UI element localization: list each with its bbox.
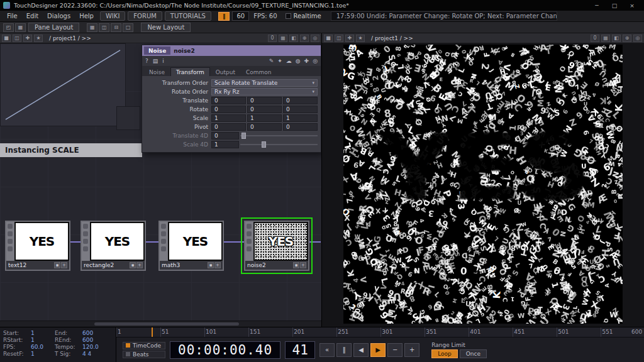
param-dropdown-rotate-order[interactable]: Rx Ry Rz▾ bbox=[211, 88, 318, 96]
menu-file[interactable]: File bbox=[3, 11, 22, 21]
layout-preset-icon-2[interactable]: ⊟ bbox=[111, 23, 121, 32]
param-field-scale-0[interactable]: 1 bbox=[211, 114, 246, 122]
new-layout-button[interactable]: New Layout bbox=[141, 23, 191, 32]
param-field-scale-4d[interactable]: 1 bbox=[211, 141, 239, 148]
param-slider-scale-4d[interactable] bbox=[240, 141, 318, 148]
network-path-breadcrumb[interactable]: / project1 / >> bbox=[49, 35, 91, 41]
add-pane-icon[interactable]: ✚ bbox=[345, 35, 354, 42]
parameter-dialog[interactable]: Noise noise2 ?▤i ✎✦☁◍✚◎ NoiseTransformOu… bbox=[142, 45, 321, 153]
timeline-ruler[interactable]: 151101151201251301351401451501551600 bbox=[116, 327, 644, 337]
bookmark-icon[interactable]: ★ bbox=[356, 35, 365, 42]
realtime-checkbox[interactable] bbox=[286, 13, 291, 19]
info-value-resetf[interactable]: 1 bbox=[31, 351, 55, 357]
node-add-button-rectangle2[interactable]: + bbox=[136, 262, 143, 268]
layout-preset-icon-1[interactable]: ◫ bbox=[99, 23, 109, 32]
info-icon[interactable]: i bbox=[162, 58, 164, 64]
overlay-icon[interactable]: ◧ bbox=[612, 35, 621, 42]
current-frame-display[interactable]: 41 bbox=[285, 341, 315, 359]
node-add-button-noise2[interactable]: + bbox=[300, 262, 306, 268]
info-value-tempo[interactable]: 120.0 bbox=[82, 344, 113, 350]
param-slider-translate-4d[interactable] bbox=[240, 132, 318, 140]
add-pane-icon[interactable]: ✚ bbox=[23, 35, 32, 42]
power-button[interactable]: ‖ bbox=[218, 12, 230, 21]
jump-to-start-button[interactable]: « bbox=[319, 343, 335, 357]
param-field-translate-4d[interactable]: 0 bbox=[211, 132, 239, 140]
timecode-mode-button[interactable]: TimeCode bbox=[123, 342, 165, 349]
info-value-rstart[interactable]: 1 bbox=[31, 337, 55, 343]
param-dropdown-transform-order[interactable]: Scale Rotate Translate▾ bbox=[211, 79, 318, 87]
once-button[interactable]: Once bbox=[460, 349, 487, 358]
focus-icon[interactable]: ◎ bbox=[311, 35, 319, 42]
add-op-icon[interactable]: ⊕ bbox=[623, 35, 631, 42]
pane-type-icon[interactable]: ■ bbox=[324, 35, 333, 42]
param-field-rotate-1[interactable]: 0 bbox=[247, 106, 282, 113]
children-count-badge[interactable]: 0 bbox=[591, 35, 599, 42]
fps-field[interactable]: 60 bbox=[232, 11, 249, 21]
cloud-icon[interactable]: ☁ bbox=[286, 58, 292, 64]
scrollbar-thumb[interactable] bbox=[94, 322, 239, 326]
info-value-end[interactable]: 600 bbox=[82, 330, 113, 336]
bookmark-icon[interactable]: ★ bbox=[34, 35, 43, 42]
tab-output[interactable]: Output bbox=[211, 68, 240, 76]
info-value-fps[interactable]: 60.0 bbox=[31, 344, 55, 350]
param-field-scale-1[interactable]: 1 bbox=[247, 114, 282, 122]
tab-transform[interactable]: Transform bbox=[170, 67, 210, 76]
pane-type-icon[interactable]: ■ bbox=[2, 35, 11, 42]
beats-mode-button[interactable]: Beats bbox=[123, 351, 165, 358]
focus-icon[interactable]: ◎ bbox=[633, 35, 642, 42]
layout-preset-icon-0[interactable]: ▦ bbox=[87, 23, 97, 32]
node-add-button-math3[interactable]: + bbox=[214, 262, 221, 268]
playhead[interactable] bbox=[152, 327, 153, 337]
add-icon[interactable]: ✚ bbox=[304, 58, 309, 64]
play-forward-button[interactable]: ▶ bbox=[370, 343, 386, 357]
pane-layout-button[interactable]: Pane Layout bbox=[28, 23, 79, 32]
node-viewer-toggle-text12[interactable]: ▪ bbox=[54, 262, 60, 268]
node-rectangle2[interactable]: YESrectangle2▪+ bbox=[80, 221, 146, 271]
edit-icon[interactable]: ✎ bbox=[269, 58, 274, 64]
param-field-translate-2[interactable]: 0 bbox=[283, 97, 318, 104]
timecode-display[interactable]: 00:00:00.40 bbox=[170, 341, 280, 359]
step-forward-button[interactable]: + bbox=[404, 343, 419, 357]
pause-button[interactable]: ‖ bbox=[336, 343, 352, 357]
node-viewer-toggle-math3[interactable]: ▪ bbox=[208, 262, 214, 268]
menu-help[interactable]: Help bbox=[75, 11, 98, 21]
maximize-icon[interactable]: □ bbox=[606, 1, 623, 11]
node-noise2[interactable]: YESnoise2▪+ bbox=[244, 221, 309, 271]
close-icon[interactable]: × bbox=[623, 1, 641, 11]
viewer-path-breadcrumb[interactable]: / project1 / >> bbox=[371, 35, 413, 41]
tab-common[interactable]: Common bbox=[241, 68, 277, 76]
grid-snap-icon[interactable]: ▦ bbox=[601, 35, 610, 42]
horizontal-scrollbar[interactable] bbox=[0, 321, 321, 327]
children-count-badge[interactable]: 0 bbox=[268, 35, 277, 42]
grid-snap-icon[interactable]: ▦ bbox=[279, 35, 287, 42]
node-viewer-toggle-noise2[interactable]: ▪ bbox=[293, 262, 299, 268]
link-tutorials[interactable]: TUTORIALS bbox=[165, 11, 211, 21]
param-field-scale-2[interactable]: 1 bbox=[283, 114, 318, 122]
toolbar-icon-0[interactable]: ◰ bbox=[3, 23, 14, 32]
step-back-button[interactable]: − bbox=[387, 343, 402, 357]
realtime-toggle[interactable]: Realtime bbox=[286, 13, 321, 19]
op-name-field[interactable]: noise2 bbox=[174, 48, 194, 54]
node-viewer-toggle-rectangle2[interactable]: ▪ bbox=[130, 262, 136, 268]
network-canvas[interactable]: Instancing SCALE Noise noise2 ?▤i ✎✦☁◍✚◎… bbox=[0, 43, 321, 321]
layout-preset-icon-3[interactable]: □ bbox=[123, 23, 133, 32]
node-text12[interactable]: YEStext12▪+ bbox=[5, 221, 70, 271]
add-op-icon[interactable]: ⊕ bbox=[300, 35, 309, 42]
link-wiki[interactable]: WIKI bbox=[100, 11, 125, 21]
network-annotation[interactable]: Instancing SCALE bbox=[0, 143, 142, 157]
split-pane-icon[interactable]: ◫ bbox=[13, 35, 21, 42]
toolbar-icon-1[interactable]: ▦ bbox=[15, 23, 26, 32]
top-viewer[interactable]: AR1LFV3DÆ6ÆEWTVLXKFIX2GGG2V3JUV7XØ7KØF86… bbox=[322, 43, 644, 327]
info-value-rend[interactable]: 600 bbox=[82, 337, 113, 343]
param-field-pivot-1[interactable]: 0 bbox=[247, 123, 282, 131]
param-field-pivot-2[interactable]: 0 bbox=[283, 123, 318, 131]
loop-button[interactable]: Loop bbox=[431, 349, 458, 358]
split-pane-icon[interactable]: ◫ bbox=[335, 35, 343, 42]
comment-icon[interactable]: ✦ bbox=[277, 58, 282, 64]
node-add-button-text12[interactable]: + bbox=[61, 262, 67, 268]
param-field-pivot-0[interactable]: 0 bbox=[211, 123, 246, 131]
help-icon[interactable]: ? bbox=[145, 58, 148, 64]
bypass-icon[interactable]: ◎ bbox=[313, 58, 318, 64]
info-value-start[interactable]: 1 bbox=[31, 330, 55, 336]
parameter-dialog-header[interactable]: Noise noise2 bbox=[142, 45, 321, 56]
